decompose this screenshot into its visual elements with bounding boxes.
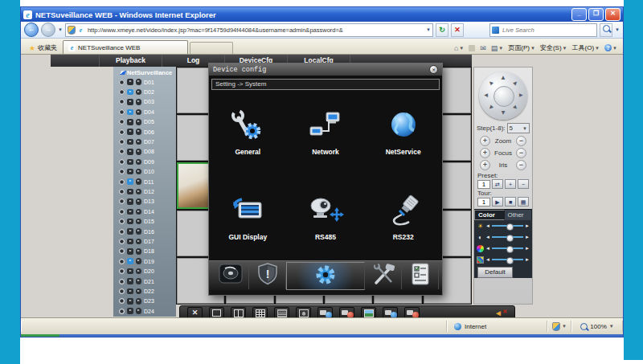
sub-stream-icon[interactable] — [136, 308, 142, 314]
channel-row[interactable]: D21 — [113, 276, 176, 286]
sub-stream-icon[interactable] — [136, 248, 142, 255]
record-indicator-icon[interactable] — [119, 159, 125, 165]
play-stream-icon[interactable] — [127, 209, 133, 215]
record-indicator-icon[interactable] — [119, 239, 125, 244]
channel-row[interactable]: D24 — [113, 306, 176, 316]
command-item-工具o[interactable]: 工具(O)▼ — [572, 43, 600, 52]
sub-stream-icon[interactable] — [136, 159, 142, 166]
favorites-button[interactable]: ★ 收藏夹 — [23, 43, 63, 54]
dialog-tab-storage[interactable] — [212, 263, 249, 289]
channel-row[interactable]: D10 — [113, 167, 176, 177]
channel-row[interactable]: D17 — [113, 236, 176, 246]
history-dropdown-icon[interactable]: ▼ — [58, 27, 63, 32]
sub-stream-icon[interactable] — [136, 288, 142, 295]
refresh-button[interactable]: ↻ — [436, 23, 448, 37]
saturation-slider[interactable] — [492, 247, 523, 249]
sub-stream-icon[interactable] — [136, 239, 142, 245]
toolbar-record-off-icon[interactable] — [404, 307, 420, 317]
minimize-button[interactable]: _ — [571, 8, 587, 21]
sub-stream-icon[interactable] — [136, 109, 142, 116]
mail-icon[interactable]: ✉ — [480, 44, 486, 52]
channel-row[interactable]: D09 — [113, 157, 176, 166]
toolbar-stop-all-icon[interactable] — [339, 307, 354, 317]
ptz-center-icon[interactable] — [494, 86, 514, 107]
slider-left-icon[interactable]: ◄ — [485, 246, 490, 251]
tab-color[interactable]: Color — [474, 210, 505, 220]
record-indicator-icon[interactable] — [119, 89, 125, 95]
channel-row[interactable]: D03 — [113, 97, 176, 107]
ptz-arrow-icon[interactable]: ▲ — [511, 103, 521, 112]
channel-row[interactable]: D04 — [113, 107, 176, 117]
sub-stream-icon[interactable] — [136, 89, 142, 96]
sub-stream-icon[interactable] — [136, 178, 142, 185]
tour-pattern-button[interactable]: ▦ — [518, 197, 529, 207]
channel-row[interactable]: D08 — [113, 147, 176, 157]
record-indicator-icon[interactable] — [119, 198, 125, 204]
slider-right-icon[interactable]: ► — [525, 223, 530, 228]
search-box[interactable] — [489, 23, 597, 37]
toolbar-speaker-muted-icon[interactable] — [493, 308, 507, 318]
dialog-close-icon[interactable]: ✕ — [429, 65, 438, 74]
sub-stream-icon[interactable] — [136, 228, 142, 235]
tour-input[interactable] — [477, 198, 490, 207]
channel-row[interactable]: D14 — [113, 207, 176, 216]
toolbar-snapshot-icon[interactable] — [361, 307, 376, 317]
tab-other[interactable]: Other — [505, 210, 533, 220]
close-button[interactable]: ✕ — [605, 8, 620, 21]
play-stream-icon[interactable] — [127, 288, 133, 295]
zoom-minus-button[interactable]: − — [516, 136, 526, 146]
sub-stream-icon[interactable] — [136, 169, 142, 175]
channel-row[interactable]: D13 — [113, 197, 176, 207]
search-options-icon[interactable]: ▼ — [615, 27, 620, 32]
url-dropdown-icon[interactable]: ▼ — [426, 27, 431, 32]
sub-stream-icon[interactable] — [136, 99, 142, 105]
contrast-slider[interactable] — [492, 236, 523, 238]
sub-stream-icon[interactable] — [136, 258, 142, 264]
slider-right-icon[interactable]: ► — [525, 246, 530, 251]
address-field[interactable]: e ▼ — [65, 23, 433, 37]
play-stream-icon[interactable] — [127, 248, 133, 255]
focus-plus-button[interactable]: + — [480, 148, 490, 158]
play-stream-icon[interactable] — [127, 109, 133, 116]
sub-stream-icon[interactable] — [136, 79, 142, 85]
search-input[interactable] — [501, 26, 595, 35]
ptz-arrow-icon[interactable]: ▲ — [511, 78, 521, 88]
preset-input[interactable] — [477, 180, 490, 189]
record-indicator-icon[interactable] — [119, 169, 125, 174]
focus-minus-button[interactable]: − — [516, 148, 526, 158]
channel-row[interactable]: D05 — [113, 117, 176, 127]
dialog-tab-system[interactable] — [286, 262, 365, 290]
preset-add-button[interactable]: + — [505, 179, 516, 189]
sub-stream-icon[interactable] — [136, 139, 142, 145]
play-stream-icon[interactable] — [127, 198, 133, 205]
channel-row[interactable]: D12 — [113, 186, 176, 196]
nav-tab-playback[interactable]: Playback — [100, 55, 162, 67]
play-stream-icon[interactable] — [127, 149, 133, 155]
zoom-control[interactable]: 100% ▼ — [571, 321, 623, 332]
record-indicator-icon[interactable] — [119, 229, 125, 235]
channel-row[interactable]: D19 — [113, 256, 176, 266]
sub-stream-icon[interactable] — [136, 149, 142, 155]
sub-stream-icon[interactable] — [136, 219, 142, 225]
sub-stream-icon[interactable] — [136, 268, 142, 275]
dialog-item-rs485[interactable]: RS485 — [287, 175, 365, 260]
record-indicator-icon[interactable] — [119, 268, 125, 274]
toolbar-sixteen-view-icon[interactable] — [274, 307, 289, 317]
channel-row[interactable]: D02 — [113, 87, 176, 96]
back-button[interactable]: ← — [24, 22, 39, 37]
sub-stream-icon[interactable] — [136, 209, 142, 215]
play-stream-icon[interactable] — [127, 99, 133, 105]
dialog-item-network[interactable]: Network — [287, 90, 365, 175]
toolbar-nine-view-icon[interactable] — [252, 307, 268, 317]
slider-left-icon[interactable]: ◄ — [485, 257, 490, 262]
ptz-arrow-icon[interactable]: ▲ — [518, 92, 525, 99]
command-item-页面p[interactable]: 页面(P)▼ — [508, 43, 535, 52]
record-indicator-icon[interactable] — [119, 309, 125, 314]
channel-row[interactable]: D23 — [113, 297, 176, 306]
protected-mode-pane[interactable]: ▼ — [547, 321, 571, 332]
sub-stream-icon[interactable] — [136, 298, 142, 305]
play-stream-icon[interactable] — [127, 189, 133, 195]
default-button[interactable]: Default — [477, 267, 513, 278]
slider-right-icon[interactable]: ► — [525, 235, 530, 239]
sub-stream-icon[interactable] — [136, 278, 142, 284]
